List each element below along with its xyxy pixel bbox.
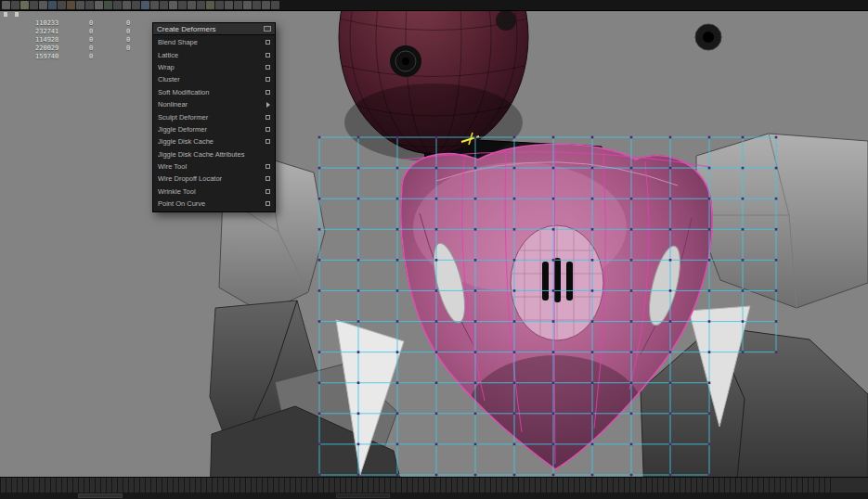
toolbar-icon[interactable]	[253, 1, 261, 9]
timeline-tick	[568, 478, 569, 493]
toolbar-icon[interactable]	[243, 1, 252, 9]
option-box-icon[interactable]	[266, 90, 270, 95]
timeline-tick	[741, 478, 742, 493]
timeline-tick	[785, 478, 786, 493]
toolbar-icon[interactable]	[150, 1, 159, 9]
option-box-icon[interactable]	[266, 201, 270, 206]
toolbar-icon[interactable]	[160, 1, 168, 9]
toolbar-icon[interactable]	[215, 1, 224, 9]
toolbar-icon[interactable]	[11, 1, 19, 9]
option-box-icon[interactable]	[266, 176, 270, 181]
menu-item-wrinkle-tool[interactable]: Wrinkle Tool	[153, 186, 275, 198]
top-toolbar[interactable]	[0, 0, 868, 11]
menu-item-wire-tool[interactable]: Wire Tool	[153, 160, 275, 173]
timeline-tick	[106, 478, 107, 493]
menu-item-cluster[interactable]: Cluster	[153, 73, 275, 85]
option-box-icon[interactable]	[266, 164, 270, 169]
toolbar-icon[interactable]	[262, 1, 270, 9]
timeline-tick	[150, 478, 151, 493]
menu-item-wrap[interactable]: Wrap	[153, 61, 275, 73]
toolbar-icon[interactable]	[67, 1, 75, 9]
menu-item-lattice[interactable]: Lattice	[153, 48, 275, 60]
toolbar-icon[interactable]	[123, 1, 131, 9]
timeline-tick	[707, 478, 708, 493]
toolbar-icon[interactable]	[85, 1, 94, 9]
menu-title-bar[interactable]: Create Deformers	[153, 23, 275, 35]
toolbar-icon[interactable]	[113, 1, 122, 9]
option-box-icon[interactable]	[266, 53, 270, 58]
menu-item-wire-dropoff-locator[interactable]: Wire Dropoff Locator	[153, 173, 275, 185]
timeline-tick	[217, 478, 218, 493]
timeline-tick	[646, 478, 647, 493]
timeline-tick	[724, 478, 725, 493]
menu-item-point-on-curve[interactable]: Point On Curve	[153, 198, 275, 210]
timeline-tick	[797, 478, 797, 493]
timeline-tick	[674, 478, 675, 493]
toolbar-icon[interactable]	[58, 1, 66, 9]
timeline-tick	[479, 478, 480, 493]
time-slider[interactable]	[0, 477, 868, 493]
timeline-tick	[284, 478, 285, 493]
menu-item-sculpt-deformer[interactable]: Sculpt Deformer	[153, 110, 275, 122]
toolbar-icon[interactable]	[225, 1, 233, 9]
timeline-tick	[624, 478, 625, 493]
option-box-icon[interactable]	[266, 77, 270, 82]
menu-item-jiggle-deformer[interactable]: Jiggle Deformer	[153, 123, 275, 135]
toolbar-icon[interactable]	[178, 1, 187, 9]
timeline-tick	[379, 478, 380, 493]
toolbar-icon[interactable]	[188, 1, 196, 9]
hud-value: 0	[89, 19, 126, 28]
timeline-tick	[574, 478, 575, 493]
timeline-tick	[563, 478, 564, 493]
timeline-tick	[295, 478, 296, 493]
timeline-tick	[45, 478, 45, 493]
toolbar-icon[interactable]	[39, 1, 47, 9]
toolbar-icon[interactable]	[271, 1, 279, 9]
menu-item-jiggle-disk-cache-attributes[interactable]: Jiggle Disk Cache Attributes	[153, 148, 275, 160]
toolbar-icon[interactable]	[48, 1, 57, 9]
lattice-deformer[interactable]	[0, 0, 868, 499]
range-slider-handle[interactable]	[78, 493, 123, 498]
option-box-icon[interactable]	[266, 115, 270, 120]
toolbar-icon[interactable]	[30, 1, 38, 9]
timeline-tick	[0, 478, 1, 493]
timeline-tick	[156, 478, 157, 493]
menu-item-nonlinear[interactable]: Nonlinear	[153, 98, 275, 110]
menu-item-jiggle-disk-cache[interactable]: Jiggle Disk Cache	[153, 135, 275, 147]
option-box-icon[interactable]	[266, 139, 270, 144]
timeline-tick	[746, 478, 747, 493]
toolbar-icon[interactable]	[169, 1, 177, 9]
hud-count: 110233	[35, 19, 89, 28]
timeline-tick	[317, 478, 318, 493]
timeline-tick	[802, 478, 803, 493]
toolbar-icon[interactable]	[132, 1, 140, 9]
toolbar-icon[interactable]	[2, 1, 10, 9]
timeline-tick	[312, 478, 313, 493]
tearoff-window-icon[interactable]	[264, 26, 271, 32]
submenu-arrow-icon	[266, 102, 270, 108]
toolbar-icon[interactable]	[76, 1, 84, 9]
option-box-icon[interactable]	[266, 127, 270, 132]
toolbar-icon[interactable]	[234, 1, 242, 9]
menu-item-soft-modification[interactable]: Soft Modification	[153, 86, 275, 98]
option-box-icon[interactable]	[266, 65, 270, 70]
toolbar-icon[interactable]	[20, 1, 29, 9]
timeline-tick	[685, 478, 686, 493]
option-box-icon[interactable]	[266, 189, 270, 194]
timeline-tick	[167, 478, 168, 493]
timeline-tick	[251, 478, 252, 493]
toolbar-icon[interactable]	[206, 1, 214, 9]
menu-item-label: Blend Shape	[158, 38, 198, 46]
range-slider-segment[interactable]	[336, 493, 390, 498]
toolbar-icon[interactable]	[104, 1, 112, 9]
timeline-tick	[145, 478, 146, 493]
range-slider[interactable]	[0, 493, 868, 499]
toolbar-icon[interactable]	[95, 1, 103, 9]
menu-item-blend-shape[interactable]: Blend Shape	[153, 36, 275, 48]
option-box-icon[interactable]	[266, 40, 270, 45]
toolbar-icon[interactable]	[141, 1, 149, 9]
timeline-tick	[607, 478, 608, 493]
timeline-tick	[95, 478, 96, 493]
timeline-tick	[262, 478, 263, 493]
toolbar-icon[interactable]	[197, 1, 205, 9]
